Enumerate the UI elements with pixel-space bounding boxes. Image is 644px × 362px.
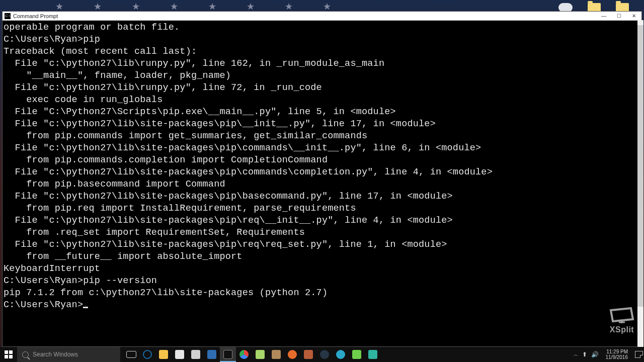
watermark-text: XSplit — [610, 325, 634, 334]
network-icon[interactable]: ⬆ — [582, 351, 587, 358]
taskbar-app-app-green[interactable] — [349, 347, 365, 362]
taskbar-app-edge[interactable] — [139, 347, 155, 362]
terminal-line: Traceback (most recent call last): — [4, 46, 640, 58]
gimp-icon — [272, 350, 281, 359]
command-prompt-icon — [223, 350, 232, 359]
app-teal-icon — [368, 350, 377, 359]
clock-date: 11/9/2016 — [606, 354, 628, 360]
terminal-line: operable program or batch file. — [4, 22, 640, 34]
scrollbar[interactable] — [637, 20, 643, 347]
terminal-line: File "c:\python27\lib\site-packages\pip\… — [4, 215, 640, 227]
terminal-line: File "c:\python27\lib\site-packages\pip\… — [4, 166, 640, 178]
calculator-icon — [191, 350, 200, 359]
taskbar-app-app-teal[interactable] — [365, 347, 381, 362]
terminal-line: "__main__", fname, loader, pkg_name) — [4, 70, 640, 82]
svg-rect-3 — [9, 355, 13, 358]
app-green-icon — [352, 350, 361, 359]
chrome-icon — [239, 350, 249, 359]
terminal-line: pip 7.1.2 from c:\python27\lib\site-pack… — [4, 287, 640, 299]
xsplit-watermark: XSplit — [609, 307, 635, 334]
taskbar-app-powershell[interactable] — [204, 347, 220, 362]
command-prompt-window: C:\ Command Prompt — ☐ ✕ operable progra… — [2, 11, 642, 347]
terminal-line: File "c:\python27\lib\site-packages\pip\… — [4, 118, 640, 130]
terminal-line: File "c:\python27\lib\site-packages\pip\… — [4, 191, 640, 203]
clock-time: 11:29 PM — [606, 349, 628, 354]
terminal-line: KeyboardInterrupt — [4, 263, 640, 275]
task-view-icon — [126, 351, 136, 358]
search-box[interactable]: Search Windows — [17, 347, 120, 362]
maximize-button[interactable]: ☐ — [611, 12, 626, 21]
taskbar-app-command-prompt[interactable] — [220, 347, 236, 362]
svg-rect-2 — [5, 355, 8, 358]
terminal-line: from .req_set import RequirementSet, Req… — [4, 227, 640, 239]
terminal-line: File "C:\Python27\Scripts\pip.exe\__main… — [4, 106, 640, 118]
svg-rect-1 — [9, 350, 13, 354]
volume-icon[interactable]: 🔊 — [591, 351, 599, 358]
cursor — [83, 307, 88, 308]
terminal-line: C:\Users\Ryan> — [4, 299, 640, 311]
terminal-line: from pip.req import InstallRequirement, … — [4, 203, 640, 215]
wallpaper-stars: ★★★★★★★★ — [0, 1, 644, 10]
steam-icon — [320, 350, 329, 359]
taskbar-app-store[interactable] — [172, 347, 188, 362]
powershell-icon — [207, 350, 216, 359]
clock[interactable]: 11:29 PM 11/9/2016 — [603, 349, 631, 360]
window-title: Command Prompt — [13, 13, 596, 19]
xsplit-icon — [609, 307, 635, 324]
terminal-line: from pip.commands import get_summaries, … — [4, 130, 640, 142]
svg-rect-0 — [5, 350, 8, 354]
terminal-line: from pip.basecommand import Command — [4, 178, 640, 191]
scrollbar-thumb[interactable] — [637, 25, 643, 307]
terminal-line: C:\Users\Ryan>pip — [4, 34, 640, 46]
terminal-line: from pip.commands.completion import Comp… — [4, 154, 640, 166]
terminal-line: File "c:\python27\lib\site-packages\pip\… — [4, 239, 640, 251]
taskbar-app-app-globe[interactable] — [333, 347, 349, 362]
taskbar-app-git-bash[interactable] — [300, 347, 316, 362]
taskbar-app-steam[interactable] — [316, 347, 333, 362]
action-center-icon[interactable] — [635, 351, 643, 358]
app-globe-icon — [336, 350, 345, 359]
terminal-line: exec code in run_globals — [4, 94, 640, 106]
file-explorer-icon — [159, 350, 168, 359]
terminal-line: C:\Users\Ryan>pip --version — [4, 275, 640, 287]
taskbar-app-firefox[interactable] — [284, 347, 300, 362]
search-placeholder: Search Windows — [33, 351, 78, 358]
terminal-line: File "c:\python27\lib\site-packages\pip\… — [4, 142, 640, 154]
taskbar-apps — [120, 347, 381, 362]
taskbar-app-file-explorer[interactable] — [155, 347, 172, 362]
taskbar-app-task-view[interactable] — [123, 347, 139, 362]
store-icon — [175, 350, 184, 359]
terminal-line: File "c:\python27\lib\runpy.py", line 72… — [4, 82, 640, 94]
windows-icon — [5, 350, 13, 358]
taskbar-app-calculator[interactable] — [188, 347, 204, 362]
taskbar-app-chrome[interactable] — [236, 347, 252, 362]
window-titlebar[interactable]: C:\ Command Prompt — ☐ ✕ — [3, 12, 641, 21]
terminal-line: from __future__ import absolute_import — [4, 251, 640, 263]
search-icon — [22, 351, 29, 358]
terminal-line: File "c:\python27\lib\runpy.py", line 16… — [4, 58, 640, 70]
taskbar-app-notepad-plus[interactable] — [252, 347, 268, 362]
window-icon: C:\ — [5, 13, 11, 19]
taskbar-app-gimp[interactable] — [268, 347, 284, 362]
notepad-plus-icon — [256, 350, 265, 359]
close-button[interactable]: ✕ — [626, 12, 641, 21]
git-bash-icon — [304, 350, 313, 359]
edge-icon — [143, 350, 152, 359]
terminal-output[interactable]: operable program or batch file.C:\Users\… — [3, 21, 641, 346]
taskbar[interactable]: Search Windows ︿ ⬆ 🔊 11:29 PM 11/9/2016 — [0, 347, 644, 362]
tray-overflow-icon[interactable]: ︿ — [574, 351, 578, 358]
system-tray[interactable]: ︿ ⬆ 🔊 11:29 PM 11/9/2016 — [573, 349, 645, 360]
firefox-icon — [288, 350, 297, 359]
minimize-button[interactable]: — — [596, 12, 611, 21]
start-button[interactable] — [0, 347, 17, 362]
